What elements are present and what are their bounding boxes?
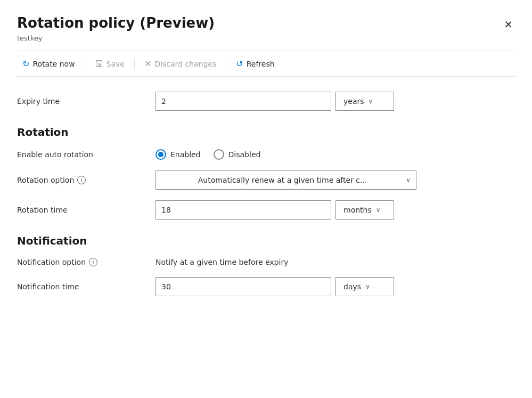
- notification-option-info-icon[interactable]: i: [89, 258, 97, 266]
- toolbar-separator-1: [85, 59, 85, 69]
- panel-header: Rotation policy (Preview) ✕: [17, 15, 515, 32]
- notification-time-label: Notification time: [17, 282, 155, 291]
- rotation-time-label: Rotation time: [17, 206, 155, 214]
- save-label: Save: [107, 60, 125, 68]
- enable-auto-rotation-label: Enable auto rotation: [17, 150, 155, 159]
- save-button[interactable]: 🖫 Save: [89, 55, 130, 72]
- expiry-time-input[interactable]: [155, 92, 331, 111]
- expiry-time-label: Expiry time: [17, 97, 155, 105]
- toolbar: ↻ Rotate now 🖫 Save ✕ Discard changes ↺ …: [17, 51, 515, 77]
- discard-icon: ✕: [144, 59, 151, 69]
- discard-button[interactable]: ✕ Discard changes: [139, 55, 222, 72]
- enable-auto-rotation-row: Enable auto rotation Enabled Disabled: [17, 149, 515, 160]
- rotation-option-chevron-icon: ∨: [406, 176, 411, 184]
- rotate-now-button[interactable]: ↻ Rotate now: [17, 55, 80, 72]
- notification-section-title: Notification: [17, 234, 515, 247]
- notification-time-unit-label: days: [343, 282, 361, 291]
- close-icon: ✕: [504, 18, 513, 31]
- notification-time-controls: days ∨: [155, 277, 515, 296]
- panel-subtitle: testkey: [17, 34, 515, 42]
- discard-label: Discard changes: [154, 60, 216, 68]
- expiry-time-unit-select[interactable]: years ∨: [335, 92, 394, 111]
- expiry-time-chevron-icon: ∨: [369, 98, 373, 105]
- rotation-time-row: Rotation time months ∨: [17, 200, 515, 220]
- toolbar-separator-3: [226, 59, 226, 69]
- rotation-time-input[interactable]: [155, 200, 331, 220]
- refresh-label: Refresh: [247, 60, 275, 68]
- notification-option-row: Notification option i Notify at a given …: [17, 258, 515, 266]
- enabled-radio-option[interactable]: Enabled: [155, 149, 201, 160]
- disabled-radio-label: Disabled: [228, 150, 261, 159]
- rotation-option-info-icon[interactable]: i: [77, 176, 86, 184]
- notification-time-input[interactable]: [155, 277, 331, 296]
- refresh-button[interactable]: ↺ Refresh: [231, 55, 280, 72]
- rotation-option-select[interactable]: Automatically renew at a given time afte…: [155, 170, 416, 190]
- rotation-section: Rotation Enable auto rotation Enabled Di…: [17, 126, 515, 220]
- notification-option-value: Notify at a given time before expiry: [155, 258, 288, 266]
- disabled-radio-circle: [214, 149, 224, 160]
- enabled-radio-circle: [155, 149, 166, 160]
- notification-section: Notification Notification option i Notif…: [17, 234, 515, 296]
- refresh-icon: ↺: [236, 59, 243, 69]
- rotation-option-controls: Automatically renew at a given time afte…: [155, 170, 515, 190]
- rotation-policy-panel: Rotation policy (Preview) ✕ testkey ↻ Ro…: [0, 0, 532, 398]
- expiry-time-unit-label: years: [343, 97, 364, 105]
- expiry-time-row: Expiry time years ∨: [17, 92, 515, 111]
- rotation-time-unit-select[interactable]: months ∨: [335, 200, 394, 220]
- rotation-time-chevron-icon: ∨: [376, 206, 381, 214]
- notification-time-chevron-icon: ∨: [365, 283, 370, 290]
- rotation-section-title: Rotation: [17, 126, 515, 139]
- expiry-section: Expiry time years ∨: [17, 92, 515, 111]
- notification-time-unit-select[interactable]: days ∨: [335, 277, 394, 296]
- toolbar-separator-2: [134, 59, 135, 69]
- rotation-option-row: Rotation option i Automatically renew at…: [17, 170, 515, 190]
- auto-rotation-radio-group: Enabled Disabled: [155, 149, 260, 160]
- notification-option-controls: Notify at a given time before expiry: [155, 258, 515, 266]
- rotate-icon: ↻: [22, 59, 29, 69]
- rotate-now-label: Rotate now: [32, 60, 75, 68]
- disabled-radio-option[interactable]: Disabled: [214, 149, 261, 160]
- rotation-option-value: Automatically renew at a given time afte…: [163, 176, 402, 184]
- rotation-time-controls: months ∨: [155, 200, 515, 220]
- expiry-time-controls: years ∨: [155, 92, 515, 111]
- close-button[interactable]: ✕: [502, 17, 515, 32]
- save-icon: 🖫: [95, 59, 103, 69]
- notification-time-row: Notification time days ∨: [17, 277, 515, 296]
- rotation-time-unit-label: months: [343, 206, 372, 214]
- notification-option-label: Notification option i: [17, 258, 155, 266]
- panel-title: Rotation policy (Preview): [17, 15, 215, 31]
- enabled-radio-label: Enabled: [170, 150, 201, 159]
- rotation-option-label: Rotation option i: [17, 176, 155, 184]
